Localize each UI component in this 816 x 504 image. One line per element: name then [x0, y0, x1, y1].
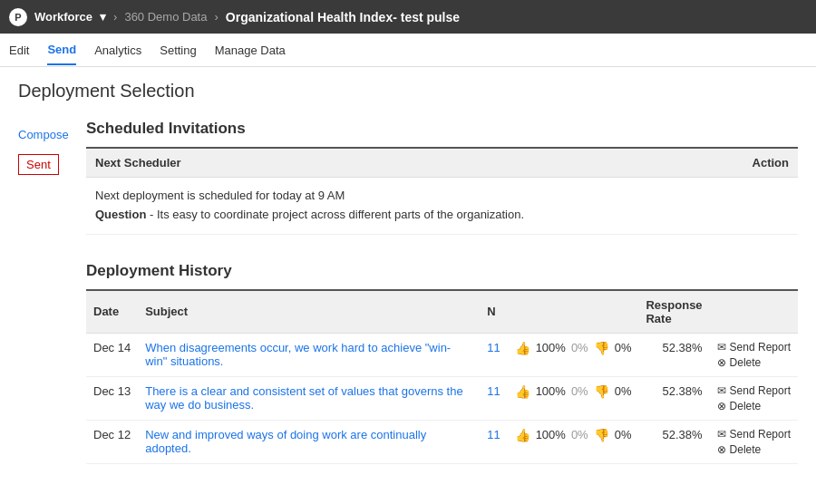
- send-report-label[interactable]: Send Report: [730, 341, 791, 354]
- scheduler-question: Question - Its easy to coordinate projec…: [95, 206, 789, 225]
- history-section-title: Deployment History: [86, 262, 798, 280]
- row-subject[interactable]: There is a clear and consistent set of v…: [138, 376, 480, 420]
- breadcrumb-sep1: ›: [113, 10, 117, 24]
- scheduled-row: Next deployment is scheduled for today a…: [86, 178, 798, 235]
- sep1: 0%: [571, 428, 588, 441]
- history-table-row: Dec 14When disagreements occur, we work …: [86, 333, 798, 376]
- send-report-link[interactable]: ✉ Send Report: [717, 384, 791, 397]
- question-label: Question: [95, 208, 146, 221]
- up-percent: 100%: [536, 341, 566, 354]
- scheduler-text: Next deployment is scheduled for today a…: [95, 187, 789, 206]
- row-n: 11: [480, 376, 507, 420]
- thumbs-up-icon: 👍: [515, 384, 530, 399]
- sidebar: Compose Sent: [18, 120, 86, 464]
- row-date: Dec 14: [86, 333, 138, 376]
- delete-link[interactable]: ⊗ Delete: [717, 400, 791, 412]
- row-metrics: 👍 100% 0% 👎 0%: [508, 333, 639, 376]
- nav-send[interactable]: Send: [47, 35, 76, 65]
- up-percent: 100%: [536, 384, 566, 398]
- content-area: Scheduled Invitations Next Scheduler Act…: [86, 120, 798, 464]
- delete-label[interactable]: Delete: [730, 400, 762, 412]
- circle-x-icon: ⊗: [717, 356, 726, 369]
- col-action: [710, 290, 798, 334]
- row-response-rate: 52.38%: [638, 376, 709, 420]
- envelope-icon: ✉: [717, 384, 726, 397]
- row-metrics: 👍 100% 0% 👎 0%: [508, 376, 639, 420]
- row-response-rate: 52.38%: [638, 333, 709, 376]
- history-table-row: Dec 12New and improved ways of doing wor…: [86, 420, 798, 463]
- row-subject[interactable]: New and improved ways of doing work are …: [138, 420, 480, 463]
- delete-label[interactable]: Delete: [730, 356, 762, 369]
- thumbs-up-icon: 👍: [515, 341, 530, 355]
- brand-dropdown-arrow[interactable]: ▾: [100, 10, 106, 24]
- delete-label[interactable]: Delete: [730, 443, 762, 456]
- circle-x-icon: ⊗: [717, 400, 726, 412]
- delete-link[interactable]: ⊗ Delete: [717, 356, 791, 369]
- brand-name[interactable]: Workforce: [34, 10, 92, 24]
- down-percent: 0%: [615, 384, 632, 398]
- up-percent: 100%: [536, 428, 566, 441]
- row-action: ✉ Send Report ⊗ Delete: [710, 420, 798, 463]
- col-thumbs: [508, 290, 639, 334]
- thumbs-down-icon: 👎: [594, 341, 609, 355]
- history-table: Date Subject N ResponseRate Dec 14When d…: [86, 289, 798, 464]
- envelope-icon: ✉: [717, 428, 726, 441]
- row-response-rate: 52.38%: [638, 420, 709, 463]
- row-action: ✉ Send Report ⊗ Delete: [710, 333, 798, 376]
- nav-manage-data[interactable]: Manage Data: [215, 36, 286, 64]
- row-subject[interactable]: When disagreements occur, we work hard t…: [138, 333, 480, 376]
- col-n: N: [480, 290, 507, 334]
- main-content: Deployment Selection Compose Sent Schedu…: [0, 67, 816, 478]
- row-n: 11: [480, 333, 507, 376]
- row-date: Dec 12: [86, 420, 138, 463]
- row-action: ✉ Send Report ⊗ Delete: [710, 376, 798, 420]
- sidebar-item-sent[interactable]: Sent: [18, 154, 59, 175]
- delete-link[interactable]: ⊗ Delete: [717, 443, 791, 456]
- breadcrumb-sep2: ›: [214, 10, 218, 24]
- sep1: 0%: [571, 384, 588, 398]
- breadcrumb-current: Organizational Health Index- test pulse: [226, 10, 460, 24]
- scheduled-table-header: Next Scheduler Action: [86, 149, 798, 178]
- layout-container: Compose Sent Scheduled Invitations Next …: [18, 120, 798, 464]
- send-report-label[interactable]: Send Report: [730, 428, 791, 441]
- row-metrics: 👍 100% 0% 👎 0%: [508, 420, 639, 463]
- thumbs-down-icon: 👎: [594, 384, 609, 399]
- scheduled-col-next: Next Scheduler: [95, 156, 181, 170]
- scheduled-col-action: Action: [753, 156, 789, 170]
- sep1: 0%: [571, 341, 588, 354]
- deployment-history-section: Deployment History Date Subject N Respon…: [86, 262, 798, 464]
- down-percent: 0%: [615, 341, 632, 354]
- scheduled-section-title: Scheduled Invitations: [86, 120, 798, 138]
- thumbs-down-icon: 👎: [594, 428, 609, 442]
- envelope-icon: ✉: [717, 341, 726, 354]
- scheduled-invitations-section: Scheduled Invitations Next Scheduler Act…: [86, 120, 798, 235]
- row-n: 11: [480, 420, 507, 463]
- circle-x-icon: ⊗: [717, 443, 726, 456]
- sidebar-item-compose[interactable]: Compose: [18, 124, 86, 145]
- nav-analytics[interactable]: Analytics: [94, 36, 141, 64]
- col-date: Date: [86, 290, 138, 334]
- down-percent: 0%: [615, 428, 632, 441]
- nav-edit[interactable]: Edit: [9, 36, 29, 64]
- send-report-link[interactable]: ✉ Send Report: [717, 428, 791, 441]
- thumbs-up-icon: 👍: [515, 428, 530, 442]
- nav-setting[interactable]: Setting: [160, 36, 196, 64]
- col-response-rate: ResponseRate: [638, 290, 709, 334]
- top-navigation-bar: P Workforce ▾ › 360 Demo Data › Organiza…: [0, 0, 816, 34]
- breadcrumb-360-demo[interactable]: 360 Demo Data: [124, 10, 207, 24]
- page-title: Deployment Selection: [18, 81, 798, 102]
- send-report-label[interactable]: Send Report: [730, 384, 791, 397]
- send-report-link[interactable]: ✉ Send Report: [717, 341, 791, 354]
- app-logo: P: [9, 8, 27, 26]
- history-table-header-row: Date Subject N ResponseRate: [86, 290, 798, 334]
- secondary-navigation: Edit Send Analytics Setting Manage Data: [0, 34, 816, 67]
- scheduled-table: Next Scheduler Action Next deployment is…: [86, 147, 798, 235]
- history-table-row: Dec 13There is a clear and consistent se…: [86, 376, 798, 420]
- col-subject: Subject: [138, 290, 480, 334]
- row-date: Dec 13: [86, 376, 138, 420]
- question-text: - Its easy to coordinate project across …: [150, 208, 524, 221]
